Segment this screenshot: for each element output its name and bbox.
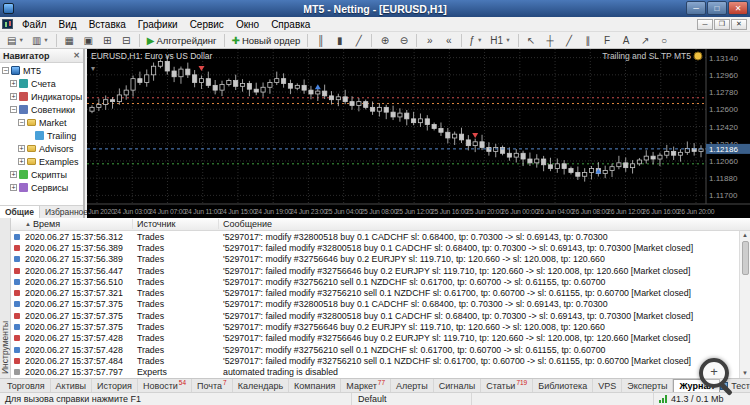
title-bar[interactable]: MT5 - Netting - [EURUSD,H1] ─□✕ <box>0 0 750 17</box>
journal-column-message[interactable]: Сообщение <box>219 219 750 229</box>
bars-chart-button[interactable]: ║ <box>312 33 329 48</box>
menu-item-4[interactable]: Сервис <box>184 17 230 31</box>
algo-trading-button[interactable]: ▶Алготрейдинг <box>144 33 220 48</box>
data-window-toggle[interactable]: ▣ <box>80 33 97 48</box>
bottom-tab-8[interactable]: Алерты <box>391 379 434 392</box>
journal-scrollbar[interactable]: ▲ ▼ <box>739 231 750 378</box>
status-profile[interactable]: Default <box>352 393 472 405</box>
journal-row[interactable]: 2020.06.27 15:37:56.312Trades'5297017': … <box>11 231 750 242</box>
shapes-button[interactable]: ○ <box>656 33 673 48</box>
bottom-tab-3[interactable]: Новости54 <box>138 379 192 392</box>
expand-icon[interactable]: + <box>18 145 25 152</box>
child-restore-button[interactable]: ❐ <box>714 19 730 30</box>
scroll-down-icon[interactable]: ▼ <box>742 369 748 378</box>
expand-icon[interactable]: + <box>10 171 17 178</box>
journal-row[interactable]: 2020.06.27 15:37:57.375Trades'5297017': … <box>11 299 750 310</box>
bottom-tab-9[interactable]: Сигналы <box>434 379 482 392</box>
auto-scroll-button[interactable]: » <box>421 33 438 48</box>
child-minimize-button[interactable]: ─ <box>697 19 713 30</box>
expand-icon[interactable]: + <box>10 80 17 87</box>
market-watch-toggle[interactable]: ▦ <box>61 33 78 48</box>
navigator-tab-0[interactable]: Общие <box>0 206 40 218</box>
journal-row[interactable]: 2020.06.27 15:37:57.797Expertsautomated … <box>11 367 750 378</box>
collapse-icon[interactable]: − <box>10 106 17 113</box>
menu-item-0[interactable]: Файл <box>16 17 53 31</box>
journal-row[interactable]: 2020.06.27 15:37:56.389Trades'5297017': … <box>11 242 750 253</box>
timeframes-button[interactable]: H1▼ <box>487 33 513 48</box>
tree-item-1[interactable]: +Счета <box>0 77 83 90</box>
bottom-tab-11[interactable]: Библиотека <box>533 379 593 392</box>
scroll-thumb[interactable] <box>742 241 749 275</box>
close-button[interactable]: ✕ <box>728 1 748 15</box>
profiles-button[interactable]: ▥▼ <box>29 33 52 48</box>
navigator-toggle[interactable]: ⊞ <box>99 33 116 48</box>
journal-row[interactable]: 2020.06.27 15:37:56.389Trades'5297017': … <box>11 254 750 265</box>
menu-item-6[interactable]: Справка <box>265 17 316 31</box>
journal-row[interactable]: 2020.06.27 15:37:57.375Trades'5297017': … <box>11 321 750 332</box>
tree-item-6[interactable]: +Advisors <box>0 142 83 155</box>
menu-item-3[interactable]: Графики <box>132 17 184 31</box>
navigator-tab-1[interactable]: Избранное <box>40 206 94 218</box>
chart-shift-button[interactable]: « <box>440 33 457 48</box>
chart-child-icon[interactable] <box>2 19 13 29</box>
journal-column-time[interactable]: ▲ Время <box>11 219 133 229</box>
child-close-button[interactable]: ✕ <box>731 19 747 30</box>
bottom-tab-12[interactable]: VPS <box>593 379 622 392</box>
tree-item-2[interactable]: +Индикаторы <box>0 90 83 103</box>
crosshair-button[interactable]: ┼ <box>542 33 559 48</box>
collapse-icon[interactable]: − <box>18 119 25 126</box>
journal-row[interactable]: 2020.06.27 15:37:56.510Trades'5297017': … <box>11 276 750 287</box>
candles-chart-button[interactable]: ▮ <box>331 33 348 48</box>
bottom-tab-0[interactable]: Торговля <box>2 379 51 392</box>
tree-item-7[interactable]: +Examples <box>0 155 83 168</box>
expand-icon[interactable]: + <box>18 158 25 165</box>
new-chart-button[interactable]: ▤▼ <box>4 33 27 48</box>
tree-item-4[interactable]: −Market <box>0 116 83 129</box>
tree-item-9[interactable]: +Сервисы <box>0 181 83 194</box>
toolbox-strip[interactable]: Инструменты <box>0 218 11 378</box>
scroll-up-icon[interactable]: ▲ <box>742 231 748 240</box>
cursor-button[interactable]: ↖ <box>523 33 540 48</box>
menu-item-2[interactable]: Вставка <box>83 17 132 31</box>
journal-row[interactable]: 2020.06.27 15:37:57.321Trades'5297017': … <box>11 287 750 298</box>
text-button[interactable]: A <box>618 33 635 48</box>
chevron-down-icon[interactable]: ▼ <box>505 37 510 43</box>
chevron-down-icon[interactable]: ▼ <box>477 37 482 43</box>
navigator-close-icon[interactable]: ✕ <box>73 51 80 60</box>
bottom-tab-13[interactable]: Эксперты <box>622 379 673 392</box>
bottom-tab-10[interactable]: Статьи719 <box>481 379 533 392</box>
channel-button[interactable]: ∥ <box>580 33 597 48</box>
journal-row[interactable]: 2020.06.27 15:37:57.375Trades'5297017': … <box>11 310 750 321</box>
journal-row[interactable]: 2020.06.27 15:37:57.428Trades'5297017': … <box>11 333 750 344</box>
chevron-down-icon[interactable]: ▼ <box>43 37 48 43</box>
tree-item-0[interactable]: −MT5 <box>0 64 83 77</box>
zoom-in-button[interactable]: ⊕ <box>376 33 393 48</box>
new-order-button[interactable]: ✚Новый ордер <box>229 33 304 48</box>
menu-item-1[interactable]: Вид <box>53 17 83 31</box>
chart-area[interactable]: 23 Jun 202024 Jun 03:0024 Jun 07:0024 Ju… <box>87 49 750 218</box>
menu-item-5[interactable]: Окно <box>230 17 265 31</box>
bottom-tab-4[interactable]: Почта7 <box>192 379 233 392</box>
maximize-button[interactable]: □ <box>707 1 727 15</box>
chevron-down-icon[interactable]: ▼ <box>18 37 23 43</box>
indicators-button[interactable]: ƒ▼ <box>466 33 485 48</box>
bottom-tab-1[interactable]: Активы <box>51 379 92 392</box>
zoom-out-button[interactable]: ⊖ <box>395 33 412 48</box>
collapse-icon[interactable]: − <box>2 67 9 74</box>
journal-row[interactable]: 2020.06.27 15:37:56.447Trades'5297017': … <box>11 265 750 276</box>
bottom-tab-2[interactable]: История <box>92 379 138 392</box>
arrows-button[interactable]: ↗ <box>637 33 654 48</box>
fibonacci-button[interactable]: F <box>599 33 616 48</box>
tree-item-3[interactable]: −Советники <box>0 103 83 116</box>
toolbox-toggle[interactable]: ⊟ <box>118 33 135 48</box>
bottom-tab-6[interactable]: Компания <box>289 379 341 392</box>
journal-column-source[interactable]: Источник <box>133 219 219 229</box>
minimize-button[interactable]: ─ <box>686 1 706 15</box>
expand-icon[interactable]: + <box>10 184 17 191</box>
tree-item-8[interactable]: +Скрипты <box>0 168 83 181</box>
journal-row[interactable]: 2020.06.27 15:37:57.428Trades'5297017': … <box>11 344 750 355</box>
line-chart-button[interactable]: ╱ <box>350 33 367 48</box>
expand-icon[interactable]: + <box>10 93 17 100</box>
trendline-button[interactable]: ╱ <box>561 33 578 48</box>
bottom-tab-5[interactable]: Календарь <box>233 379 289 392</box>
